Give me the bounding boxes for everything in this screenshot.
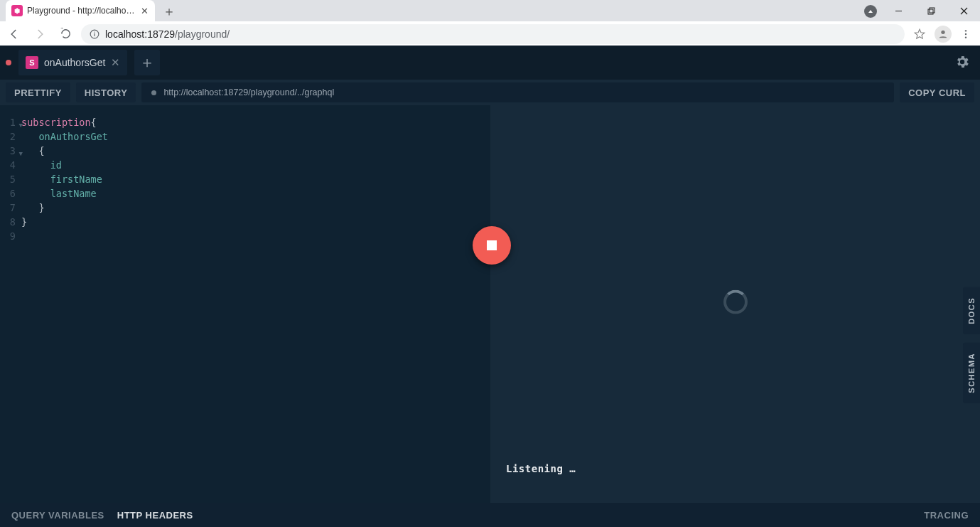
endpoint-status-icon xyxy=(151,90,156,95)
window-controls xyxy=(882,0,980,21)
address-bar[interactable]: localhost:18729/playground/ xyxy=(81,24,905,44)
close-playground-tab-icon[interactable]: ✕ xyxy=(111,56,120,69)
svg-point-9 xyxy=(941,30,944,33)
settings-button[interactable] xyxy=(952,51,973,73)
prettify-button[interactable]: PRETTIFY xyxy=(6,82,70,102)
browser-toolbar: localhost:18729/playground/ xyxy=(0,21,980,46)
new-playground-tab-button[interactable]: ＋ xyxy=(134,50,160,75)
svg-rect-2 xyxy=(928,9,933,14)
copy-curl-button[interactable]: COPY CURL xyxy=(900,82,974,102)
new-browser-tab-button[interactable]: ＋ xyxy=(159,1,179,21)
browser-chrome: ✽ Playground - http://localhost:187 ✕ ＋ xyxy=(0,0,980,46)
unsaved-indicator-icon xyxy=(6,60,11,65)
endpoint-input[interactable]: http://localhost:18729/playground/../gra… xyxy=(141,82,894,102)
svg-marker-0 xyxy=(868,10,873,13)
svg-point-11 xyxy=(965,33,966,34)
address-url: localhost:18729/playground/ xyxy=(105,28,230,40)
browser-menu-icon[interactable] xyxy=(960,28,971,40)
svg-point-8 xyxy=(94,31,95,32)
playground-main: 1▼subscription{2 onAuthorsGet3▼ {4 id5 f… xyxy=(0,105,980,503)
close-window-button[interactable] xyxy=(947,0,980,21)
playground-tab-bar: S onAuthorsGet ✕ ＋ xyxy=(0,46,980,80)
restore-window-button[interactable] xyxy=(915,0,947,21)
stop-icon xyxy=(487,240,497,250)
query-editor-code[interactable]: 1▼subscription{2 onAuthorsGet3▼ {4 id5 f… xyxy=(0,105,490,243)
schema-tab[interactable]: SCHEMA xyxy=(963,343,980,403)
subscription-badge-icon: S xyxy=(26,56,38,69)
browser-tab[interactable]: ✽ Playground - http://localhost:187 ✕ xyxy=(6,0,155,21)
minimize-window-button[interactable] xyxy=(882,0,915,21)
svg-point-12 xyxy=(965,36,966,38)
docs-tab[interactable]: DOCS xyxy=(963,287,980,334)
bookmark-star-icon[interactable] xyxy=(913,28,926,41)
site-info-icon[interactable] xyxy=(90,29,99,39)
endpoint-url: http://localhost:18729/playground/../gra… xyxy=(163,87,334,97)
tracing-tab[interactable]: TRACING xyxy=(924,510,969,521)
browser-tab-strip: ✽ Playground - http://localhost:187 ✕ ＋ xyxy=(0,0,980,21)
extension-badge-icon[interactable] xyxy=(864,5,877,18)
result-pane: Listening … xyxy=(490,105,980,503)
forward-button[interactable] xyxy=(30,24,50,44)
profile-avatar-icon[interactable] xyxy=(935,26,952,43)
graphql-favicon-icon: ✽ xyxy=(11,5,23,16)
close-tab-icon[interactable]: ✕ xyxy=(139,6,149,16)
playground-app: S onAuthorsGet ✕ ＋ PRETTIFY HISTORY http… xyxy=(0,46,980,527)
bottom-bar: QUERY VARIABLES HTTP HEADERS TRACING xyxy=(0,503,980,527)
playground-tab[interactable]: S onAuthorsGet ✕ xyxy=(18,50,127,75)
subscription-status: Listening … xyxy=(506,463,576,474)
toolbar-right xyxy=(913,26,971,43)
playground-tab-title: onAuthorsGet xyxy=(44,57,105,68)
stop-execution-button[interactable] xyxy=(473,226,511,265)
http-headers-tab[interactable]: HTTP HEADERS xyxy=(117,510,193,521)
query-variables-tab[interactable]: QUERY VARIABLES xyxy=(11,510,104,521)
history-button[interactable]: HISTORY xyxy=(76,82,136,102)
browser-tab-title: Playground - http://localhost:187 xyxy=(27,6,135,16)
svg-rect-3 xyxy=(930,8,935,13)
back-button[interactable] xyxy=(4,24,24,44)
svg-point-10 xyxy=(965,30,966,31)
side-tabs: DOCS SCHEMA xyxy=(963,287,980,403)
playground-toolbar: PRETTIFY HISTORY http://localhost:18729/… xyxy=(0,80,980,105)
reload-button[interactable] xyxy=(55,24,75,44)
query-editor[interactable]: 1▼subscription{2 onAuthorsGet3▼ {4 id5 f… xyxy=(0,105,490,503)
loading-spinner-icon xyxy=(723,289,748,314)
